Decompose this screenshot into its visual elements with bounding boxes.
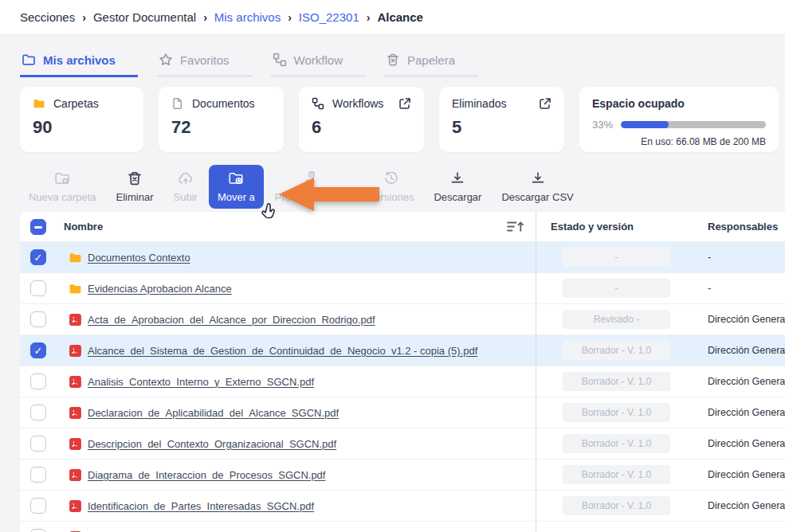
folder-filled-icon [33, 97, 45, 110]
row-name-cell: Analisis_Contexto_Interno_y_Externo_SGCN… [20, 366, 536, 397]
row-checkbox[interactable] [30, 436, 46, 452]
row-responsible-cell [689, 522, 785, 532]
select-all-checkbox[interactable] [30, 219, 46, 235]
external-link-icon[interactable] [539, 97, 551, 110]
tab-label: Favoritos [180, 53, 230, 67]
tool-label: Descargar [434, 191, 481, 203]
storage-progress-track [621, 121, 766, 128]
breadcrumb-item-gestor-documental[interactable]: Gestor Documental [93, 10, 196, 24]
workflow-icon [273, 53, 287, 67]
folder-link[interactable]: Evidencias Aprobacion Alcance [88, 283, 232, 295]
subir-button[interactable]: Subir [165, 165, 206, 209]
versiones-button[interactable]: Versiones [359, 165, 422, 209]
download-icon [449, 170, 465, 186]
row-responsible-cell: - [689, 273, 785, 303]
storage-title: Espacio ocupado [592, 97, 766, 110]
status-badge: - [563, 279, 670, 298]
row-checkbox[interactable] [30, 280, 46, 296]
breadcrumb-item-alcance: Alcance [377, 10, 423, 24]
row-status-cell: Borrador - V. 1.0 [536, 491, 689, 521]
tab-label: Papelera [407, 53, 455, 67]
row-name-cell: Alcance_del_Sistema_de_Gestion_de_Contin… [20, 335, 536, 366]
file-link[interactable]: Alcance_del_Sistema_de_Gestion_de_Contin… [88, 345, 477, 357]
tab-favoritos[interactable]: Favoritos [157, 49, 252, 77]
pdf-icon [69, 344, 82, 358]
external-link-icon[interactable] [398, 97, 411, 110]
table-row [20, 521, 785, 532]
row-checkbox[interactable] [30, 342, 46, 358]
move-icon [228, 170, 244, 186]
row-name-cell: Descripcion_del_Contexto_Organizacional_… [20, 428, 536, 459]
history-icon [383, 170, 399, 186]
procesar-con-ia-button[interactable]: AIProcesar con IA [266, 165, 358, 209]
pdf-icon [69, 313, 82, 327]
table-row: Identificacion_de_Partes_Interesadas_SGC… [20, 490, 785, 521]
status-badge: - [563, 248, 670, 267]
row-name-cell [20, 522, 536, 532]
row-name-cell: Acta_de_Aprobacion_del_Alcance_por_Direc… [20, 304, 536, 334]
row-responsible-cell: Dirección General [689, 397, 785, 428]
file-link[interactable]: Analisis_Contexto_Interno_y_Externo_SGCN… [88, 376, 314, 388]
file-link[interactable]: Declaracion_de_Aplicabilidad_del_Alcance… [88, 407, 339, 419]
table-row: Analisis_Contexto_Interno_y_Externo_SGCN… [20, 366, 785, 397]
breadcrumb-item-mis-archivos[interactable]: Mis archivos [214, 10, 281, 24]
pdf-icon [69, 499, 82, 513]
card-header: Eliminados [452, 97, 551, 110]
table-row: Documentos Contexto-- [20, 241, 785, 272]
download-icon [530, 170, 546, 186]
tool-label: Nueva carpeta [29, 191, 96, 203]
toolbar: Nueva carpetaEliminarSubirMover aAIProce… [20, 165, 785, 209]
stat-card-workflows: Workflows6 [299, 87, 424, 152]
nueva-carpeta-button[interactable]: Nueva carpeta [20, 165, 105, 209]
sort-icon[interactable] [506, 220, 524, 233]
tab-label: Mis archivos [43, 53, 116, 67]
table-row: Diagrama_de_Interaccion_de_Procesos_SGCN… [20, 459, 785, 490]
file-link[interactable]: Acta_de_Aprobacion_del_Alcance_por_Direc… [88, 314, 375, 326]
row-status-cell: Borrador - V. 1.0 [536, 428, 689, 459]
row-status-cell: Borrador - V. 1.0 [536, 366, 689, 397]
tab-bar: Mis archivosFavoritosWorkflowPapelera [20, 49, 785, 77]
breadcrumb: Secciones›Gestor Documental›Mis archivos… [0, 0, 785, 35]
breadcrumb-separator: › [203, 11, 207, 24]
tab-mis-archivos[interactable]: Mis archivos [20, 49, 138, 77]
storage-card: Espacio ocupado33%En uso: 66.08 MB de 20… [579, 87, 779, 152]
tab-papelera[interactable]: Papelera [384, 49, 477, 77]
row-responsible-cell: Dirección General [689, 304, 785, 334]
row-checkbox[interactable] [30, 529, 46, 532]
table-row: Alcance_del_Sistema_de_Gestion_de_Contin… [20, 334, 785, 366]
row-responsible-cell: Dirección General [689, 460, 785, 490]
breadcrumb-item-secciones[interactable]: Secciones [20, 10, 75, 24]
descargar-button[interactable]: Descargar [425, 165, 490, 209]
descargar-csv-button[interactable]: Descargar CSV [493, 165, 582, 209]
folder-link[interactable]: Documentos Contexto [88, 252, 190, 264]
table-row: Evidencias Aprobacion Alcance-- [20, 272, 785, 303]
row-status-cell: - [536, 273, 689, 303]
row-checkbox[interactable] [30, 249, 46, 265]
tab-label: Workflow [294, 53, 343, 67]
column-header-nombre: Nombre [64, 221, 103, 233]
file-link[interactable]: Descripcion_del_Contexto_Organizacional_… [88, 438, 336, 450]
row-checkbox[interactable] [30, 498, 46, 514]
row-status-cell: Borrador - V. 1.0 [536, 335, 689, 366]
mover-a-button[interactable]: Mover a [209, 165, 264, 209]
row-checkbox[interactable] [30, 467, 46, 483]
column-header-estado: Estado y versión [536, 212, 689, 241]
row-checkbox[interactable] [30, 374, 46, 389]
new-folder-icon [54, 170, 70, 186]
status-badge: Borrador - V. 1.0 [563, 341, 670, 360]
eliminar-button[interactable]: Eliminar [108, 165, 163, 209]
star-icon [159, 53, 173, 67]
breadcrumb-item-iso-22301[interactable]: ISO_22301 [299, 10, 359, 24]
breadcrumb-separator: › [82, 11, 86, 24]
file-link[interactable]: Identificacion_de_Partes_Interesadas_SGC… [88, 500, 314, 512]
file-link[interactable]: Diagrama_de_Interaccion_de_Procesos_SGCN… [88, 469, 325, 481]
card-header: Workflows [312, 97, 411, 110]
pdf-icon [69, 375, 82, 389]
row-checkbox[interactable] [30, 311, 46, 327]
card-label: Eliminados [452, 97, 506, 110]
row-checkbox[interactable] [30, 405, 46, 421]
tab-workflow[interactable]: Workflow [271, 49, 365, 77]
column-header-responsables: Responsables [689, 212, 785, 241]
card-header: Carpetas [33, 97, 131, 110]
card-label: Workflows [332, 97, 383, 110]
